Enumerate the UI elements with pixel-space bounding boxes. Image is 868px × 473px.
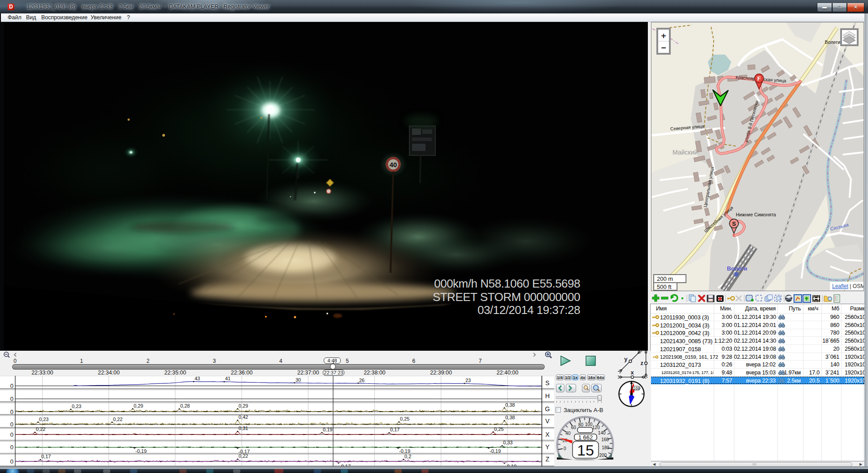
svg-text:G: G	[545, 405, 550, 413]
svg-text:0,42: 0,42	[239, 414, 248, 420]
svg-text:0,2: 0,2	[404, 454, 411, 459]
svg-text:100: 100	[585, 422, 593, 427]
svg-text:15: 15	[577, 442, 594, 459]
svg-text:0,23: 0,23	[39, 417, 48, 422]
svg-text:1 662: 1 662	[578, 434, 593, 441]
svg-text:0: 0	[10, 396, 13, 402]
svg-text:z: z	[641, 360, 644, 366]
svg-text:60: 60	[571, 425, 577, 430]
svg-text:0,22: 0,22	[239, 453, 248, 459]
svg-text:180: 180	[602, 445, 609, 450]
svg-text:Y: Y	[545, 443, 550, 451]
svg-text:500 ft: 500 ft	[657, 284, 672, 290]
svg-text:0: 0	[10, 444, 13, 451]
svg-text:41: 41	[225, 376, 230, 381]
svg-text:200: 200	[599, 453, 607, 458]
svg-text:V: V	[545, 417, 550, 425]
svg-text:0,19: 0,19	[323, 427, 332, 432]
svg-text:Leaflet | OSM: Leaflet | OSM	[832, 283, 864, 289]
svg-text:0,23: 0,23	[72, 404, 81, 409]
svg-text:30: 30	[295, 377, 301, 383]
svg-text:43: 43	[195, 376, 200, 381]
svg-text:80: 80	[578, 422, 584, 427]
svg-text:0,29: 0,29	[134, 403, 143, 408]
svg-text:0,33: 0,33	[503, 440, 512, 445]
svg-text:23: 23	[465, 378, 471, 383]
svg-text:Волеги: Волеги	[825, 39, 840, 45]
svg-text:0: 0	[564, 446, 566, 451]
svg-text:169: 169	[633, 386, 639, 391]
svg-text:0,38: 0,38	[505, 402, 515, 408]
svg-text:0: 0	[10, 431, 13, 438]
svg-text:0: 0	[10, 408, 13, 415]
svg-text:-0,19: -0,19	[399, 448, 410, 454]
svg-text:F: F	[757, 75, 761, 82]
svg-text:40: 40	[390, 161, 397, 168]
svg-text:0,38: 0,38	[505, 415, 515, 420]
svg-text:Z: Z	[546, 456, 550, 463]
svg-text:0,25: 0,25	[494, 426, 503, 432]
svg-text:-0,19: -0,19	[135, 448, 147, 454]
svg-text:S: S	[545, 379, 549, 387]
svg-text:200 m: 200 m	[657, 275, 673, 282]
svg-text:0,31: 0,31	[239, 426, 248, 431]
svg-text:140: 140	[598, 430, 606, 435]
svg-text:x: x	[630, 369, 634, 376]
svg-text:0: 0	[10, 458, 13, 465]
svg-text:0,22: 0,22	[113, 417, 122, 422]
svg-text:0,17: 0,17	[390, 427, 399, 432]
svg-text:26: 26	[359, 378, 365, 383]
svg-text:X: X	[545, 431, 550, 438]
svg-text:0: 0	[10, 421, 13, 428]
svg-text:0,17: 0,17	[41, 454, 51, 459]
svg-text:0,25: 0,25	[400, 416, 409, 421]
svg-text:0,28: 0,28	[180, 403, 190, 408]
svg-text:H: H	[545, 392, 550, 400]
svg-text:160: 160	[601, 437, 609, 442]
svg-text:Волеги: Волеги	[727, 265, 747, 272]
svg-text:y: y	[624, 356, 628, 362]
svg-text:0,29: 0,29	[239, 403, 248, 408]
svg-text:−: −	[661, 43, 666, 52]
svg-text:120: 120	[592, 425, 600, 430]
svg-text:Майский: Майский	[673, 149, 698, 156]
svg-text:0: 0	[10, 383, 13, 389]
svg-text:+: +	[661, 31, 666, 40]
svg-text:S: S	[732, 220, 736, 227]
svg-text:40: 40	[565, 431, 571, 436]
svg-text:0,22: 0,22	[36, 426, 45, 432]
svg-text:-0,19: -0,19	[490, 448, 501, 454]
svg-text:Нижние Симонята: Нижние Симонята	[736, 212, 776, 217]
